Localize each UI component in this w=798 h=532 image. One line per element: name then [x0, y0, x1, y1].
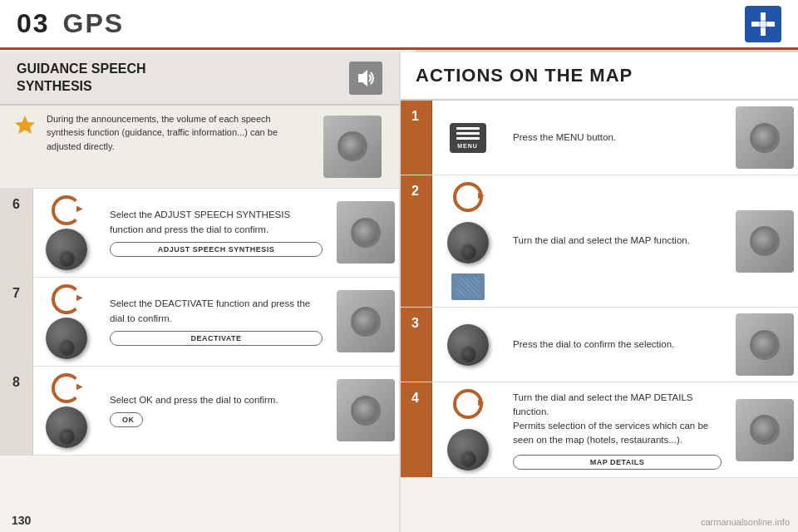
- section-title-line2: SYNTHESIS: [17, 78, 146, 96]
- dial-icon-2: [447, 222, 489, 264]
- step-1-content: Press the MENU button.: [503, 101, 732, 175]
- step-4-row: 4 Turn the dial and select the MAP DETAI…: [399, 382, 798, 478]
- step-4-content: Turn the dial and select the MAP DETAILS…: [503, 382, 732, 477]
- svg-marker-5: [358, 70, 367, 86]
- rotate-arrow-icon-6: [52, 195, 81, 225]
- step-7-content: Select the DEACTIVATE function and press…: [100, 278, 332, 366]
- tip-text: During the announcements, the volume of …: [47, 112, 309, 154]
- step-4-description: Turn the dial and select the MAP DETAILS…: [513, 391, 722, 448]
- step-6-content: Select the ADJUST SPEECH SYNTHESIS funct…: [100, 189, 332, 277]
- step-4-number: 4: [399, 382, 432, 477]
- device-display-6: [337, 201, 395, 264]
- step-1-icon: MENU: [432, 101, 503, 175]
- step-6-row: 6 Select the ADJUST SPEECH SYNTHESIS fun…: [0, 189, 399, 278]
- rotate-arrow-icon-8: [52, 373, 81, 403]
- chapter-number: 03: [17, 8, 50, 39]
- right-panel: ACTIONS ON THE MAP 1 MENU Press the MENU…: [399, 52, 798, 532]
- device-display-8: [337, 379, 395, 441]
- device-display-7: [337, 290, 395, 352]
- tip-device-image: [319, 112, 386, 181]
- step-6-description: Select the ADJUST SPEECH SYNTHESIS funct…: [110, 208, 323, 237]
- step-8-description: Select OK and press the dial to confirm.: [110, 393, 323, 407]
- page-number: 130: [12, 514, 31, 527]
- step-8-button-label: OK: [110, 412, 143, 427]
- tip-row: During the announcements, the volume of …: [0, 106, 399, 189]
- section-header-text: GUIDANCE SPEECH SYNTHESIS: [17, 61, 146, 96]
- device-display-2: [736, 210, 794, 273]
- left-panel: GUIDANCE SPEECH SYNTHESIS During the ann…: [0, 52, 399, 532]
- chapter-title: GPS: [63, 8, 125, 39]
- menu-line-3: [456, 137, 480, 140]
- gps-icon: [745, 6, 781, 42]
- page-header: 03 GPS: [0, 0, 798, 50]
- svg-rect-4: [751, 22, 775, 27]
- dial-icon-6: [46, 229, 87, 270]
- step-1-device: [732, 101, 798, 175]
- rotate-arrow-icon-2: [453, 182, 483, 212]
- dial-icon-8: [46, 406, 87, 448]
- step-2-device: [732, 175, 798, 307]
- step-6-device: [332, 189, 399, 277]
- step-8-row: 8 Select OK and press the dial to confir…: [0, 367, 399, 456]
- step-2-row: 2 Turn the dial and select the MAP funct…: [399, 175, 798, 308]
- step-8-content: Select OK and press the dial to confirm.…: [100, 367, 332, 455]
- step-7-device: [332, 278, 399, 366]
- section-title-line1: GUIDANCE SPEECH: [17, 61, 146, 78]
- step-7-button-label: DEACTIVATE: [110, 331, 323, 346]
- step-8-device: [332, 367, 399, 455]
- step-7-number: 7: [0, 278, 33, 366]
- menu-button-icon: MENU: [450, 123, 486, 153]
- step-3-number: 3: [399, 308, 432, 382]
- section-header: GUIDANCE SPEECH SYNTHESIS: [0, 52, 399, 106]
- step-7-description: Select the DEACTIVATE function and press…: [110, 297, 323, 326]
- step-6-number: 6: [0, 189, 33, 277]
- step-8-number: 8: [0, 367, 33, 455]
- panel-divider: [399, 52, 401, 532]
- step-8-icon: [33, 367, 100, 455]
- device-display-3: [736, 313, 794, 376]
- device-display-tip: [323, 116, 382, 178]
- menu-line-2: [456, 132, 480, 135]
- device-display-1: [736, 106, 794, 169]
- step-4-icon: [432, 382, 503, 477]
- step-3-device: [732, 308, 798, 382]
- map-icon-2: [451, 273, 485, 300]
- device-display-4: [736, 399, 794, 461]
- right-panel-title: ACTIONS ON THE MAP: [416, 65, 633, 86]
- svg-marker-6: [15, 116, 35, 134]
- step-3-content: Press the dial to confirm the selection.: [503, 308, 732, 382]
- step-3-description: Press the dial to confirm the selection.: [513, 337, 722, 352]
- step-2-number: 2: [399, 175, 432, 307]
- watermark: carmanualsonline.info: [701, 517, 790, 527]
- menu-label: MENU: [457, 143, 478, 149]
- step-3-icon: [432, 308, 503, 382]
- dial-icon-3: [447, 324, 489, 366]
- step-1-description: Press the MENU button.: [513, 131, 722, 145]
- step-2-icon: [432, 175, 503, 307]
- speech-synthesis-icon: [349, 62, 382, 95]
- step-4-button-label: MAP DETAILS: [513, 455, 722, 470]
- step-7-row: 7 Select the DEACTIVATE function and pre…: [0, 278, 399, 367]
- step-6-button-label: ADJUST SPEECH SYNTHESIS: [110, 242, 323, 257]
- rotate-arrow-icon-4: [453, 389, 483, 419]
- step-2-content: Turn the dial and select the MAP functio…: [503, 175, 732, 307]
- step-3-row: 3 Press the dial to confirm the selectio…: [399, 308, 798, 382]
- menu-line-1: [456, 127, 480, 130]
- step-6-icon: [33, 189, 100, 277]
- dial-icon-4: [447, 429, 489, 470]
- step-2-description: Turn the dial and select the MAP functio…: [513, 234, 722, 248]
- right-panel-header: ACTIONS ON THE MAP: [399, 52, 798, 101]
- step-7-icon: [33, 278, 100, 366]
- tip-star-icon: [13, 114, 37, 140]
- dial-icon-7: [46, 318, 87, 359]
- rotate-arrow-icon-7: [52, 284, 81, 314]
- step-1-number: 1: [399, 101, 432, 175]
- step-1-row: 1 MENU Press the MENU button.: [399, 101, 798, 175]
- step-4-device: [732, 382, 798, 477]
